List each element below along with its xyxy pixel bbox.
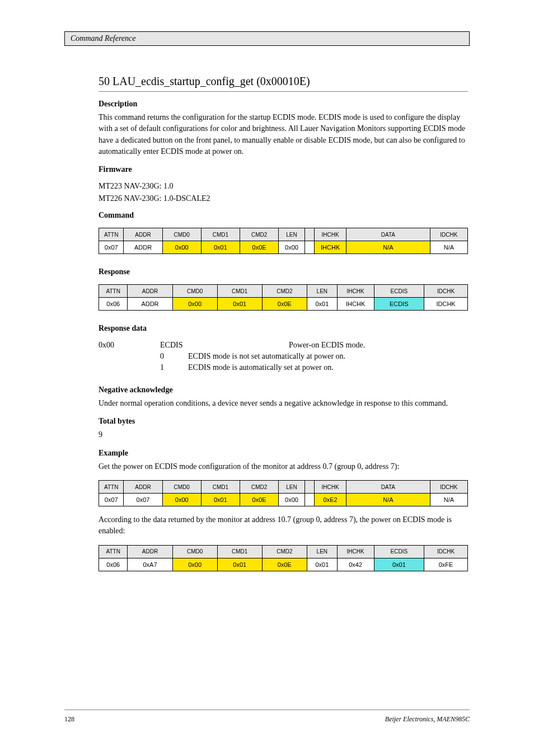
td: 0x01 — [201, 494, 240, 506]
td: 0x0E — [262, 298, 307, 311]
example-text-2: According to the data returned by the mo… — [99, 514, 468, 537]
th: CMD2 — [240, 228, 279, 241]
th: ATTN — [99, 481, 124, 494]
td: 0x01 — [201, 241, 240, 254]
td: 0xA7 — [128, 558, 172, 571]
th: CMD0 — [162, 228, 201, 241]
response-label: Response — [99, 267, 534, 276]
response-data-desc: Power-on ECDIS mode. — [289, 341, 534, 350]
table-header-row: ATTN ADDR CMD0 CMD1 CMD2 LEN IHCHK ECDIS… — [99, 545, 468, 558]
td: 0x00 — [162, 241, 201, 254]
th: IHCHK — [315, 228, 346, 241]
td: 0x01 — [307, 298, 337, 311]
table-row: 0x06 ADDR 0x00 0x01 0x0E 0x01 IHCHK ECDI… — [99, 298, 468, 311]
td: 0xFE — [424, 558, 468, 571]
nak-label: Negative acknowledge — [99, 386, 534, 395]
td: 0xE2 — [315, 494, 346, 506]
firmware-line-1: MT223 NAV-230G: 1.0 — [99, 182, 534, 191]
page: Command Reference 50 LAU_ecdis_startup_c… — [0, 0, 534, 756]
response-data-value: 0 — [160, 352, 171, 361]
section-title: 50 LAU_ecdis_startup_config_get (0x00010… — [99, 75, 468, 92]
td: 0x00 — [279, 494, 305, 506]
th: ADDR — [124, 481, 162, 494]
td: 0x06 — [99, 558, 128, 571]
td: 0x0E — [240, 494, 279, 506]
th: ECDIS — [374, 545, 424, 558]
th: LEN — [279, 481, 305, 494]
response-data-value-desc: ECDIS mode is automatically set at power… — [188, 363, 334, 372]
td — [305, 494, 315, 506]
td: 0x01 — [217, 298, 262, 311]
td: 0x06 — [99, 298, 128, 311]
response-data-name: ECDIS — [160, 341, 272, 350]
td: N/A — [430, 494, 467, 506]
td: 0x00 — [279, 241, 305, 254]
th: CMD0 — [172, 285, 217, 298]
td: 0x01 — [374, 558, 424, 571]
td: 0x00 — [172, 298, 217, 311]
command-table: ATTN ADDR CMD0 CMD1 CMD2 LEN IHCHK DATA … — [99, 228, 468, 254]
response-data-value-row: 1 ECDIS mode is automatically set at pow… — [160, 363, 534, 372]
response-table: ATTN ADDR CMD0 CMD1 CMD2 LEN IHCHK ECDIS… — [99, 284, 468, 311]
td: 0x01 — [217, 558, 262, 571]
td: ADDR — [128, 298, 172, 311]
example-response-table: ATTN ADDR CMD0 CMD1 CMD2 LEN IHCHK ECDIS… — [99, 545, 468, 571]
total-bytes-value: 9 — [99, 429, 468, 440]
td: 0x01 — [307, 558, 337, 571]
table-header-row: ATTN ADDR CMD0 CMD1 CMD2 LEN IHCHK DATA … — [99, 228, 468, 241]
nak-text: Under normal operation conditions, a dev… — [99, 398, 468, 409]
description-text: This command returns the configuration f… — [99, 112, 468, 157]
td: IHCHK — [337, 298, 374, 311]
th: CMD0 — [162, 481, 201, 494]
total-bytes-label: Total bytes — [99, 417, 534, 426]
td: N/A — [346, 494, 430, 506]
example-command-table: ATTN ADDR CMD0 CMD1 CMD2 LEN IHCHK DATA … — [99, 480, 468, 506]
th: LEN — [279, 228, 305, 241]
th: LEN — [307, 545, 337, 558]
th: CMD1 — [217, 285, 262, 298]
td: 0x07 — [124, 494, 162, 506]
th: CMD0 — [172, 545, 217, 558]
table-header-row: ATTN ADDR CMD0 CMD1 CMD2 LEN IHCHK DATA … — [99, 481, 468, 494]
table-row: 0x07 ADDR 0x00 0x01 0x0E 0x00 IHCHK N/A … — [99, 241, 468, 254]
th: ATTN — [99, 285, 128, 298]
th: CMD1 — [201, 481, 240, 494]
th: IHCHK — [337, 285, 374, 298]
th: CMD1 — [201, 228, 240, 241]
td: 0x00 — [162, 494, 201, 506]
td: N/A — [430, 241, 467, 254]
td — [305, 241, 315, 254]
response-data-value-desc: ECDIS mode is not set automatically at p… — [188, 352, 345, 361]
th: CMD2 — [240, 481, 279, 494]
example-text-1: Get the power on ECDIS mode configuratio… — [99, 461, 468, 472]
header-text: Command Reference — [71, 34, 136, 43]
example-label: Example — [99, 449, 534, 458]
th: IHCHK — [337, 545, 374, 558]
td: 0x42 — [337, 558, 374, 571]
th: ATTN — [99, 545, 128, 558]
description-label: Description — [99, 100, 534, 109]
response-data-label: Response data — [99, 324, 534, 333]
table-row: 0x07 0x07 0x00 0x01 0x0E 0x00 0xE2 N/A N… — [99, 494, 468, 506]
td: IDCHK — [424, 298, 468, 311]
th: IDCHK — [430, 228, 467, 241]
th: ECDIS — [374, 285, 424, 298]
th: IDCHK — [424, 285, 468, 298]
footer-page-number: 128 — [64, 715, 74, 724]
th: DATA — [346, 228, 430, 241]
response-data-value-row: 0 ECDIS mode is not set automatically at… — [160, 352, 534, 361]
th: IDCHK — [430, 481, 467, 494]
footer-rule — [64, 710, 470, 710]
response-data-value: 1 — [160, 363, 171, 372]
header-bar: Command Reference — [64, 31, 470, 46]
table-header-row: ATTN ADDR CMD0 CMD1 CMD2 LEN IHCHK ECDIS… — [99, 285, 468, 298]
firmware-label: Firmware — [99, 165, 534, 174]
td: ADDR — [124, 241, 162, 254]
th: CMD2 — [262, 285, 307, 298]
table-row: 0x06 0xA7 0x00 0x01 0x0E 0x01 0x42 0x01 … — [99, 558, 468, 571]
th: IDCHK — [424, 545, 468, 558]
td: 0x0E — [262, 558, 307, 571]
th — [305, 228, 315, 241]
td: 0x00 — [172, 558, 217, 571]
response-data-row: 0x00 ECDIS Power-on ECDIS mode. — [99, 341, 534, 350]
